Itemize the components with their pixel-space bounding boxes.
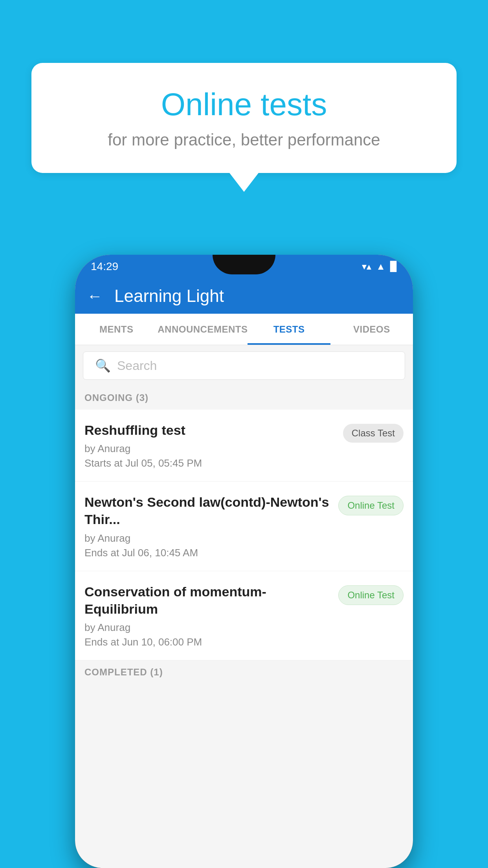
test-badge-class: Class Test xyxy=(343,424,404,443)
test-info: Newton's Second law(contd)-Newton's Thir… xyxy=(84,493,338,559)
test-time: Ends at Jul 06, 10:45 AM xyxy=(84,547,330,559)
app-bar: ← Learning Light xyxy=(75,278,413,314)
ongoing-section-header: ONGOING (3) xyxy=(75,386,413,410)
test-item[interactable]: Newton's Second law(contd)-Newton's Thir… xyxy=(75,482,413,571)
phone-screen: 14:29 ▾▴ ▲ ▉ ← Learning Light MENTS ANNO… xyxy=(75,255,413,868)
speech-bubble-container: Online tests for more practice, better p… xyxy=(31,63,457,173)
test-time: Starts at Jul 05, 05:45 PM xyxy=(84,457,335,469)
tab-bar: MENTS ANNOUNCEMENTS TESTS VIDEOS xyxy=(75,314,413,345)
phone-frame: 14:29 ▾▴ ▲ ▉ ← Learning Light MENTS ANNO… xyxy=(75,255,413,868)
test-author: by Anurag xyxy=(84,532,330,544)
app-title: Learning Light xyxy=(114,286,224,306)
test-name: Conservation of momentum-Equilibrium xyxy=(84,583,330,618)
tab-ments[interactable]: MENTS xyxy=(75,314,158,345)
search-container: 🔍 Search xyxy=(75,345,413,386)
status-time: 14:29 xyxy=(91,260,118,273)
speech-bubble: Online tests for more practice, better p… xyxy=(31,63,457,173)
test-name: Reshuffling test xyxy=(84,421,335,439)
bubble-title: Online tests xyxy=(63,86,425,123)
test-item[interactable]: Conservation of momentum-Equilibrium by … xyxy=(75,571,413,660)
back-button[interactable]: ← xyxy=(87,287,103,305)
search-placeholder: Search xyxy=(117,359,157,373)
test-time: Ends at Jun 10, 06:00 PM xyxy=(84,636,330,648)
bubble-subtitle: for more practice, better performance xyxy=(63,131,425,149)
tab-videos[interactable]: VIDEOS xyxy=(330,314,413,345)
signal-icon: ▲ xyxy=(376,261,385,272)
status-icons: ▾▴ ▲ ▉ xyxy=(362,261,397,272)
search-icon: 🔍 xyxy=(95,358,111,373)
test-info: Reshuffling test by Anurag Starts at Jul… xyxy=(84,421,343,469)
test-author: by Anurag xyxy=(84,622,330,634)
search-input[interactable]: 🔍 Search xyxy=(83,351,405,380)
test-author: by Anurag xyxy=(84,443,335,455)
test-info: Conservation of momentum-Equilibrium by … xyxy=(84,583,338,648)
test-name: Newton's Second law(contd)-Newton's Thir… xyxy=(84,493,330,528)
test-item[interactable]: Reshuffling test by Anurag Starts at Jul… xyxy=(75,410,413,482)
battery-icon: ▉ xyxy=(390,261,397,272)
test-badge-online: Online Test xyxy=(338,585,404,605)
test-list: Reshuffling test by Anurag Starts at Jul… xyxy=(75,410,413,660)
phone-notch xyxy=(213,255,275,274)
wifi-icon: ▾▴ xyxy=(362,261,371,272)
tab-announcements[interactable]: ANNOUNCEMENTS xyxy=(158,314,248,345)
test-badge-online: Online Test xyxy=(338,496,404,515)
tab-tests[interactable]: TESTS xyxy=(248,314,330,345)
completed-section-header: COMPLETED (1) xyxy=(75,660,413,684)
